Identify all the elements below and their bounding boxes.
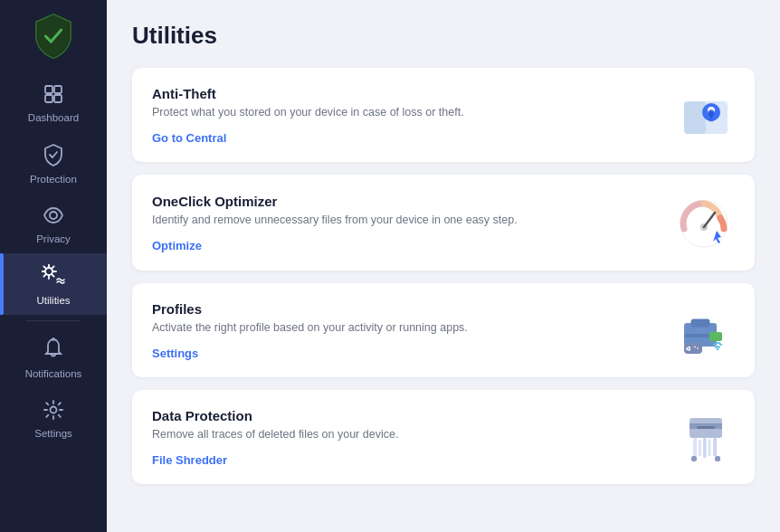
svg-rect-41 <box>699 440 701 456</box>
sidebar-item-utilities[interactable]: Utilities <box>0 253 107 315</box>
sidebar-item-privacy-label: Privacy <box>36 233 71 244</box>
svg-point-20 <box>709 119 714 122</box>
dashboard-icon <box>43 83 64 109</box>
svg-point-34 <box>694 347 696 348</box>
svg-rect-32 <box>687 347 689 350</box>
profiles-icon <box>675 301 735 361</box>
data-protection-card: Data Protection Remove all traces of del… <box>132 390 755 484</box>
svg-point-4 <box>50 212 57 219</box>
svg-rect-39 <box>697 426 715 429</box>
anti-theft-title: Anti-Theft <box>152 86 662 101</box>
svg-rect-3 <box>54 95 62 102</box>
profiles-link[interactable]: Settings <box>152 347 198 360</box>
sidebar-item-settings-label: Settings <box>34 428 72 439</box>
data-protection-title: Data Protection <box>152 408 662 423</box>
page-title: Utilities <box>132 22 755 50</box>
anti-theft-icon <box>677 87 735 145</box>
sidebar-item-utilities-label: Utilities <box>36 295 70 306</box>
data-protection-icon <box>677 409 735 467</box>
sidebar-item-protection[interactable]: Protection <box>0 132 107 194</box>
main-content: Utilities Anti-Theft Protect what you st… <box>107 0 780 532</box>
svg-rect-28 <box>709 332 722 341</box>
svg-rect-43 <box>709 439 711 456</box>
svg-rect-17 <box>684 101 706 134</box>
svg-rect-0 <box>45 86 52 93</box>
privacy-icon <box>43 204 64 230</box>
profiles-card: Profiles Activate the right profile base… <box>132 283 755 377</box>
sidebar: Dashboard Protection Privacy <box>0 0 107 532</box>
svg-rect-42 <box>703 438 707 458</box>
sidebar-item-protection-label: Protection <box>30 174 77 185</box>
profiles-title: Profiles <box>152 301 661 317</box>
svg-point-15 <box>51 407 57 413</box>
svg-rect-45 <box>691 456 697 461</box>
oneclick-optimizer-icon <box>673 193 735 254</box>
anti-theft-desc: Protect what you stored on your device i… <box>152 106 623 119</box>
svg-line-10 <box>43 266 46 269</box>
svg-rect-46 <box>715 456 720 461</box>
data-protection-content: Data Protection Remove all traces of del… <box>152 408 662 468</box>
profiles-desc: Activate the right profile based on your… <box>152 321 623 334</box>
sidebar-item-notifications-label: Notifications <box>25 368 82 379</box>
oneclick-title: OneClick Optimizer <box>152 194 659 209</box>
svg-point-35 <box>697 347 699 349</box>
utilities-icon <box>42 264 65 291</box>
oneclick-card: OneClick Optimizer Identify and remove u… <box>132 175 755 271</box>
oneclick-desc: Identify and remove unnecessary files fr… <box>152 214 623 226</box>
anti-theft-link[interactable]: Go to Central <box>152 131 226 145</box>
svg-rect-2 <box>45 95 52 102</box>
anti-theft-card: Anti-Theft Protect what you stored on yo… <box>132 68 755 162</box>
sidebar-divider <box>26 320 81 321</box>
svg-rect-26 <box>691 319 709 327</box>
svg-point-36 <box>717 348 718 350</box>
svg-line-12 <box>43 274 46 277</box>
notifications-icon <box>43 337 63 365</box>
svg-rect-44 <box>713 438 717 456</box>
active-indicator <box>0 253 4 315</box>
sidebar-item-notifications[interactable]: Notifications <box>0 327 107 388</box>
sidebar-item-privacy[interactable]: Privacy <box>0 194 107 253</box>
oneclick-content: OneClick Optimizer Identify and remove u… <box>152 194 659 253</box>
oneclick-link[interactable]: Optimize <box>152 239 202 252</box>
app-logo <box>26 9 81 63</box>
sidebar-item-settings[interactable]: Settings <box>0 388 107 448</box>
svg-rect-31 <box>688 349 690 351</box>
sidebar-item-dashboard[interactable]: Dashboard <box>0 72 107 132</box>
protection-icon <box>43 143 64 170</box>
svg-rect-33 <box>690 348 691 350</box>
settings-icon <box>43 399 64 424</box>
data-protection-desc: Remove all traces of deleted files on yo… <box>152 428 623 441</box>
svg-line-13 <box>52 274 54 277</box>
svg-line-11 <box>52 266 54 269</box>
data-protection-link[interactable]: File Shredder <box>152 453 227 467</box>
anti-theft-content: Anti-Theft Protect what you stored on yo… <box>152 86 662 146</box>
svg-rect-40 <box>693 438 697 456</box>
svg-rect-30 <box>688 347 690 348</box>
sidebar-item-dashboard-label: Dashboard <box>28 112 79 123</box>
profiles-content: Profiles Activate the right profile base… <box>152 301 661 361</box>
svg-rect-1 <box>54 86 62 93</box>
